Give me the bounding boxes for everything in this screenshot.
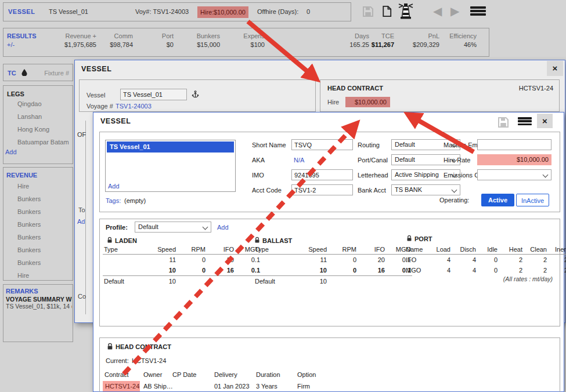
leg-item[interactable]: Batuampar Batam <box>17 139 69 146</box>
tc-panel: TC Fixture # <box>3 64 73 81</box>
cp-date-col-header: CP Date <box>172 371 196 379</box>
top-bar-title: VESSEL <box>8 8 35 16</box>
metric-label: TCE <box>354 32 394 40</box>
hire-value: $10,000.00 <box>214 9 246 16</box>
legs-add-link[interactable]: Add <box>5 148 17 156</box>
emissions-category-select[interactable] <box>477 169 551 180</box>
revenue-item[interactable]: Bunkers <box>17 234 41 241</box>
offhire-value[interactable]: 0 <box>307 8 310 16</box>
lock-icon <box>254 237 260 244</box>
vessel-info-section: TS Vessel_01 Add Tags: (empty) Short Nam… <box>99 132 560 212</box>
head-contract-hire-field[interactable]: $10,000.00 <box>345 97 390 107</box>
save-icon[interactable] <box>496 115 510 129</box>
clipped-add-link[interactable]: Ad <box>77 218 85 226</box>
profile-select[interactable]: Default <box>135 222 211 233</box>
owner-col-header: Owner <box>143 371 162 379</box>
aka-label: AKA <box>252 157 265 164</box>
masters-email-input[interactable] <box>477 139 551 150</box>
lock-icon <box>107 237 113 244</box>
voyage-number-label: Voyage # <box>86 103 113 110</box>
dialog2-title: VESSEL <box>100 118 131 125</box>
operating-label: Operating: <box>439 197 469 204</box>
owner-cell[interactable]: AB Ship… <box>143 383 173 390</box>
current-contract-value: HCTSV1-24 <box>132 357 166 365</box>
table-row[interactable]: Default10 <box>254 276 412 287</box>
tc-label[interactable]: TC <box>8 70 16 77</box>
main-menu-icon[interactable] <box>470 6 486 16</box>
vessel-listbox[interactable]: TS Vessel_01 Add <box>105 140 236 192</box>
table-row[interactable]: 100160.1 <box>103 265 261 276</box>
revenue-item[interactable]: Hire <box>17 183 29 190</box>
head-contract-title: HEAD CONTRACT <box>327 85 383 92</box>
chevron-down-icon <box>452 187 457 193</box>
vessel-list-add-link[interactable]: Add <box>108 183 120 190</box>
fuel-drop-icon <box>21 69 27 76</box>
duration-cell[interactable]: 3 Years <box>256 383 277 390</box>
metric-label: Bunkers <box>176 32 220 40</box>
revenue-item[interactable]: Bunkers <box>17 246 41 254</box>
vessel-group: Vessel Voyage # TSV1-24003 <box>79 79 316 112</box>
table-row[interactable]: 100160.1 <box>254 265 412 276</box>
dialog2-close-button[interactable]: × <box>537 114 553 128</box>
hire-rate-value: $10,000.00 <box>517 156 549 164</box>
chevron-down-icon <box>203 224 208 230</box>
bank-acct-select[interactable]: TS BANK <box>391 184 460 195</box>
offhire-label: Offhire (Days): <box>257 8 298 16</box>
hire-rate-field[interactable]: $10,000.00 <box>477 154 551 165</box>
metric-label: PnL <box>396 32 439 40</box>
laden-table: Type Speed RPM IFO MGO 110200.1 100160.1… <box>103 245 261 286</box>
dialog1-title: VESSEL <box>81 66 111 73</box>
metric-value: $11,267 <box>354 41 394 49</box>
tags-link[interactable]: Tags: <box>106 197 121 205</box>
vessel-list-item-selected[interactable]: TS Vessel_01 <box>107 141 234 153</box>
leg-item[interactable]: Qingdao <box>17 100 42 108</box>
leg-item[interactable]: Hong Kong <box>17 126 49 133</box>
aka-value-link[interactable]: N/A <box>294 157 304 164</box>
revenue-item[interactable]: Hire <box>17 272 29 280</box>
top-bar-voyage[interactable]: Voy#: TSV1-24003 <box>135 8 189 16</box>
delivery-cell[interactable]: 01 Jan 2023 <box>214 383 250 390</box>
results-toggle[interactable]: +/- <box>7 41 15 49</box>
clipped-text: OF <box>77 131 86 139</box>
table-row[interactable]: Default10 <box>103 276 261 287</box>
save-icon[interactable] <box>361 5 375 19</box>
profile-add-link[interactable]: Add <box>217 224 229 231</box>
forward-arrow-icon[interactable]: ▶ <box>450 5 459 17</box>
voyage-number-link[interactable]: TSV1-24003 <box>116 103 152 110</box>
short-name-input[interactable] <box>291 139 353 150</box>
acct-code-input[interactable] <box>291 184 353 195</box>
revenue-item[interactable]: Bunkers <box>17 221 41 228</box>
metric-value: $209,329 <box>396 41 439 49</box>
head-contract-section: HEAD CONTRACT Current: HCTSV1-24 Contrac… <box>99 337 560 392</box>
results-bar: RESULTS +/- Revenue + $1,975,685 Comm $9… <box>3 28 489 57</box>
dialog2-menu-icon[interactable] <box>518 117 532 125</box>
metric-value: $15,000 <box>176 41 220 49</box>
contract-cell-highlighted[interactable]: HCTSV1-24 <box>103 381 140 391</box>
option-col-header: Option <box>297 371 316 379</box>
vessel-input[interactable] <box>120 89 187 100</box>
imo-input[interactable] <box>291 169 353 180</box>
profiles-section: Profile: Default Add LADEN Type Speed RP… <box>99 219 560 326</box>
top-bar-hire-field[interactable]: Hire: $10,000.00 <box>197 6 248 18</box>
option-cell[interactable]: Firm <box>297 383 310 390</box>
table-row[interactable]: 110200.1 <box>103 255 261 266</box>
lighthouse-icon[interactable] <box>397 2 414 20</box>
head-contract-code: HCTSV1-24 <box>519 85 553 92</box>
back-arrow-icon[interactable]: ◀ <box>433 5 442 17</box>
ballast-table: Type Speed RPM IFO MGO 110200.1 100160.1… <box>254 245 412 286</box>
revenue-item[interactable]: Bunkers <box>17 208 41 216</box>
dialog1-close-button[interactable]: × <box>547 61 563 76</box>
new-document-icon[interactable] <box>380 5 394 18</box>
operating-inactive-button[interactable]: InActive <box>516 194 549 206</box>
revenue-item[interactable]: Bunkers <box>17 259 41 267</box>
anchor-icon[interactable] <box>191 90 200 99</box>
table-row[interactable]: IFO440222 <box>405 255 566 266</box>
revenue-item[interactable]: Bunkers <box>17 195 41 203</box>
legs-title: LEGS <box>7 90 24 98</box>
metric-value: $0 <box>133 41 174 49</box>
routing-label: Routing <box>358 141 380 149</box>
table-row[interactable]: MGO440222 <box>405 265 566 275</box>
table-row[interactable]: 110200.1 <box>254 255 412 266</box>
operating-active-button[interactable]: Active <box>481 194 514 206</box>
leg-item[interactable]: Lanshan <box>17 113 42 121</box>
